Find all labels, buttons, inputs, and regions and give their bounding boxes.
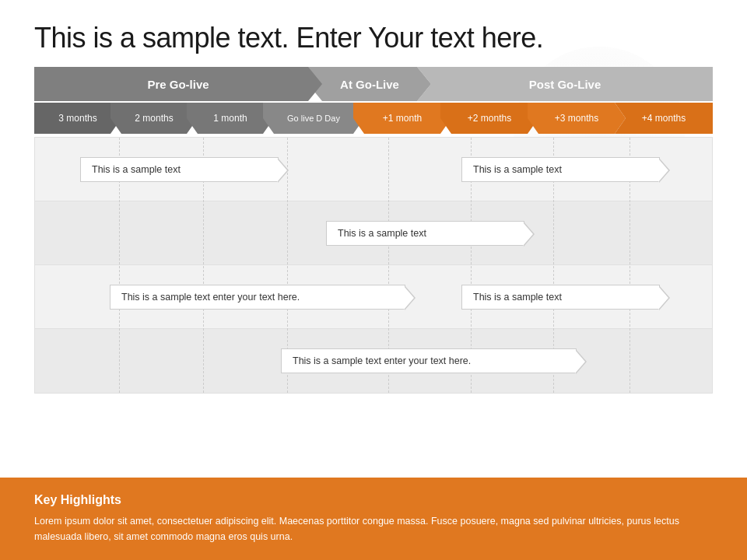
grid-row-0: This is a sample text This is a sample t… xyxy=(35,138,712,201)
footer-text: Lorem ipsum dolor sit amet, consectetuer… xyxy=(34,513,713,544)
month-item-0: 3 months xyxy=(34,103,121,134)
row2-label-1[interactable]: This is a sample text xyxy=(461,285,660,310)
phase-post-label: Post Go-Live xyxy=(417,67,713,101)
content-grid: This is a sample text This is a sample t… xyxy=(34,137,713,394)
phase-at-label: At Go-Live xyxy=(308,67,431,101)
month-item-5: +2 months xyxy=(440,103,538,134)
grid-row-1: This is a sample text xyxy=(35,201,712,265)
month-item-1: 2 months xyxy=(110,103,198,134)
main-title: This is a sample text. Enter Your text h… xyxy=(34,22,713,54)
row1-label-0[interactable]: This is a sample text xyxy=(326,221,524,246)
footer: Key Highlights Lorem ipsum dolor sit ame… xyxy=(0,478,747,560)
row3-label-0[interactable]: This is a sample text enter your text he… xyxy=(281,348,577,373)
row0-label-0[interactable]: This is a sample text xyxy=(80,157,279,182)
timeline-container: Pre Go-live At Go-Live Post Go-Live 3 mo… xyxy=(34,67,713,394)
row0-label-1[interactable]: This is a sample text xyxy=(461,157,660,182)
phase-pre-label: Pre Go-live xyxy=(34,67,322,101)
month-item-4: +1 month xyxy=(353,103,451,134)
month-item-3: Go live D Day xyxy=(263,103,364,134)
title-area: This is a sample text. Enter Your text h… xyxy=(0,0,747,67)
months-row: 3 months 2 months 1 month Go live D Day … xyxy=(34,103,713,134)
month-item-7: +4 months xyxy=(615,103,713,134)
phase-header: Pre Go-live At Go-Live Post Go-Live xyxy=(34,67,713,101)
footer-title: Key Highlights xyxy=(34,493,713,507)
row2-label-0[interactable]: This is a sample text enter your text he… xyxy=(110,285,405,310)
grid-row-2: This is a sample text enter your text he… xyxy=(35,265,712,329)
grid-row-3: This is a sample text enter your text he… xyxy=(35,329,712,393)
month-item-6: +3 months xyxy=(528,103,626,134)
month-item-2: 1 month xyxy=(187,103,274,134)
